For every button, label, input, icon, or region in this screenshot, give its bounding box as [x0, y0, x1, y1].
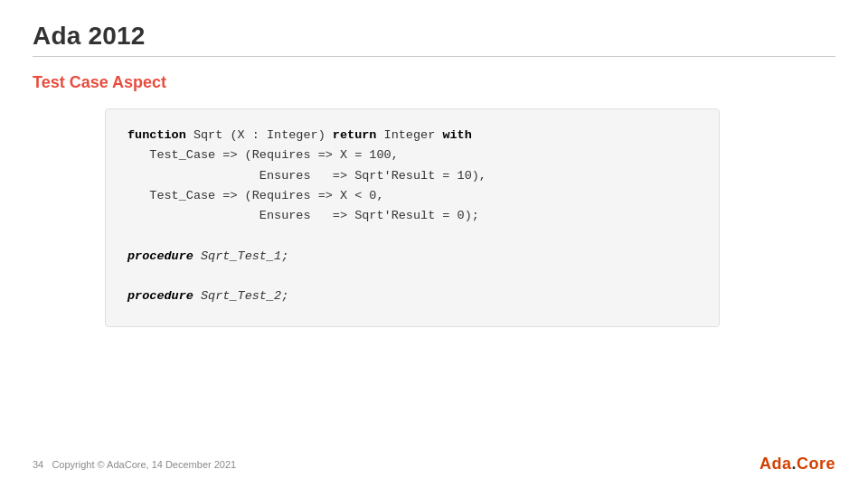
- code-line-3: Ensures => Sqrt'Result = 10),: [127, 166, 697, 186]
- code-line-4: Test_Case => (Requires => X < 0,: [127, 186, 697, 206]
- footer-left: 34 Copyright © AdaCore, 14 December 2021: [33, 459, 236, 470]
- code-line-blank-1: [127, 226, 697, 246]
- code-line-2: Test_Case => (Requires => X = 100,: [127, 145, 697, 165]
- code-line-5: Ensures => Sqrt'Result = 0);: [127, 206, 697, 226]
- code-block: function Sqrt (X : Integer) return Integ…: [105, 108, 720, 327]
- adacore-logo: Ada.Core: [760, 455, 835, 474]
- page-number: 34: [33, 459, 43, 470]
- copyright-text: Copyright © AdaCore, 14 December 2021: [52, 459, 236, 470]
- code-line-1: function Sqrt (X : Integer) return Integ…: [127, 126, 697, 145]
- page-container: Ada 2012 Test Case Aspect function Sqrt …: [0, 0, 868, 488]
- page-title: Ada 2012: [33, 22, 835, 51]
- section-title: Test Case Aspect: [33, 73, 835, 92]
- code-line-blank-2: [127, 267, 697, 286]
- code-line-7: procedure Sqrt_Test_2;: [127, 286, 697, 306]
- code-line-6: procedure Sqrt_Test_1;: [127, 247, 697, 267]
- footer: 34 Copyright © AdaCore, 14 December 2021…: [33, 455, 835, 474]
- header-divider: [33, 56, 835, 57]
